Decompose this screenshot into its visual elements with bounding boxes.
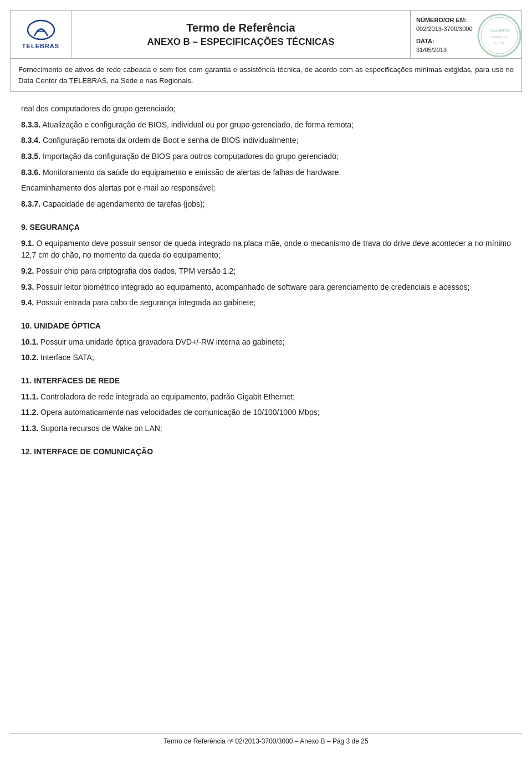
item-9-1-text: O equipamento deve possuir sensor de que…	[21, 239, 511, 260]
item-8-3-7-text: Capacidade de agendamento de tarefas (jo…	[43, 199, 205, 208]
section-9-heading: 9. SEGURANÇA	[21, 222, 511, 234]
item-10-2-id: 10.2.	[21, 353, 38, 362]
section-11-heading: 11. INTERFACES DE REDE	[21, 375, 511, 387]
item-8-3-6-extra: Encaminhamento dos alertas por e-mail ao…	[21, 182, 511, 194]
subtitle-bar: Fornecimento de ativos de rede cabeada e…	[10, 59, 522, 92]
section-12-heading: 12. INTERFACE DE COMUNICAÇÃO	[21, 446, 511, 458]
item-11-3: 11.3. Suporta recursos de Wake on LAN;	[21, 423, 511, 435]
item-9-1: 9.1. O equipamento deve possuir sensor d…	[21, 238, 511, 261]
item-9-3-id: 9.3.	[21, 283, 34, 291]
item-11-2-text: Opera automaticamente nas velocidades de…	[40, 408, 320, 417]
footer-text: Termo de Referência nº 02/2013-3700/3000…	[163, 737, 368, 745]
item-10-1-text: Possuir uma unidade óptica gravadora DVD…	[40, 337, 285, 346]
section-10-items: 10.1. Possuir uma unidade óptica gravado…	[21, 336, 511, 364]
item-10-1: 10.1. Possuir uma unidade óptica gravado…	[21, 336, 511, 348]
item-9-4-id: 9.4.	[21, 298, 34, 307]
item-9-2-text: Possuir chip para criptografia dos dados…	[36, 266, 236, 275]
data-label: DATA:	[416, 36, 516, 45]
item-10-2: 10.2. Interface SATA;	[21, 352, 511, 364]
item-11-1-text: Controladora de rede integrada ao equipa…	[40, 392, 295, 401]
item-8-3-5-text: Importação da configuração de BIOS para …	[43, 152, 339, 161]
main-content: real dos computadores do grupo gerenciad…	[10, 92, 522, 733]
item-8-3-3-text: Atualização e configuração de BIOS, indi…	[42, 120, 354, 129]
header: TELEBRAS Termo de Referência ANEXO B – E…	[10, 10, 522, 59]
intro-text: real dos computadores do grupo gerenciad…	[21, 103, 511, 115]
item-8-3-6-extra-text: Encaminhamento dos alertas por e-mail ao…	[21, 183, 215, 192]
numero-value: 002/2013-3700/3000	[416, 24, 516, 33]
item-8-3-6-text: Monitoramento da saúde do equipamento e …	[43, 168, 341, 177]
header-meta-content: NÚMERO/OR EM: 002/2013-3700/3000 DATA: 3…	[411, 11, 521, 58]
header-meta: NÚMERO/OR EM: 002/2013-3700/3000 DATA: 3…	[411, 11, 521, 58]
item-8-3-4-id: 8.3.4.	[21, 136, 40, 145]
item-9-4: 9.4. Possuir entrada para cabo de segura…	[21, 297, 511, 309]
item-9-3: 9.3. Possuir leitor biométrico integrado…	[21, 281, 511, 294]
item-9-2-id: 9.2.	[21, 266, 34, 275]
numero-label: NÚMERO/OR EM:	[416, 15, 516, 24]
item-11-3-id: 11.3.	[21, 424, 38, 433]
item-11-1-id: 11.1.	[21, 392, 38, 401]
logo-area: TELEBRAS	[11, 11, 71, 58]
section-10-heading: 10. UNIDADE ÓPTICA	[21, 320, 511, 332]
header-title-area: Termo de Referência ANEXO B – ESPECIFICA…	[71, 11, 411, 58]
item-10-2-text: Interface SATA;	[40, 353, 94, 362]
item-9-4-text: Possuir entrada para cabo de segurança i…	[36, 298, 255, 307]
logo-icon	[27, 19, 55, 40]
data-value: 31/05/2013	[416, 45, 516, 54]
item-8-3-6-id: 8.3.6.	[21, 168, 40, 177]
item-9-2: 9.2. Possuir chip para criptografia dos …	[21, 265, 511, 278]
logo-label: TELEBRAS	[22, 43, 59, 49]
page: TELEBRAS Termo de Referência ANEXO B – E…	[0, 0, 532, 759]
item-11-1: 11.1. Controladora de rede integrada ao …	[21, 391, 511, 403]
item-10-1-id: 10.1.	[21, 337, 38, 346]
telebras-logo: TELEBRAS	[22, 19, 59, 49]
item-8-3-5-id: 8.3.5.	[21, 152, 40, 161]
subtitle-text: Fornecimento de ativos de rede cabeada e…	[18, 65, 514, 85]
item-8-3-4-text: Configuração remota da ordem de Boot e s…	[43, 136, 299, 145]
section-8-items: 8.3.3. Atualização e configuração de BIO…	[21, 119, 511, 211]
header-title-main: Termo de Referência	[186, 22, 295, 34]
item-11-2: 11.2. Opera automaticamente nas velocida…	[21, 407, 511, 419]
item-8-3-3: 8.3.3. Atualização e configuração de BIO…	[21, 119, 511, 131]
item-8-3-7: 8.3.7. Capacidade de agendamento de tare…	[21, 198, 511, 211]
item-11-3-text: Suporta recursos de Wake on LAN;	[40, 424, 162, 433]
footer: Termo de Referência nº 02/2013-3700/3000…	[10, 733, 522, 749]
item-11-2-id: 11.2.	[21, 408, 38, 417]
item-8-3-5: 8.3.5. Importação da configuração de BIO…	[21, 151, 511, 163]
header-title-sub: ANEXO B – ESPECIFICAÇÕES TÉCNICAS	[147, 37, 334, 48]
item-9-3-text: Possuir leitor biométrico integrado ao e…	[36, 283, 469, 291]
item-8-3-6: 8.3.6. Monitoramento da saúde do equipam…	[21, 167, 511, 179]
item-8-3-4: 8.3.4. Configuração remota da ordem de B…	[21, 135, 511, 147]
item-8-3-3-id: 8.3.3.	[21, 120, 40, 129]
item-9-1-id: 9.1.	[21, 239, 34, 248]
section-11-items: 11.1. Controladora de rede integrada ao …	[21, 391, 511, 435]
section-9-items: 9.1. O equipamento deve possuir sensor d…	[21, 238, 511, 309]
item-8-3-7-id: 8.3.7.	[21, 199, 40, 208]
